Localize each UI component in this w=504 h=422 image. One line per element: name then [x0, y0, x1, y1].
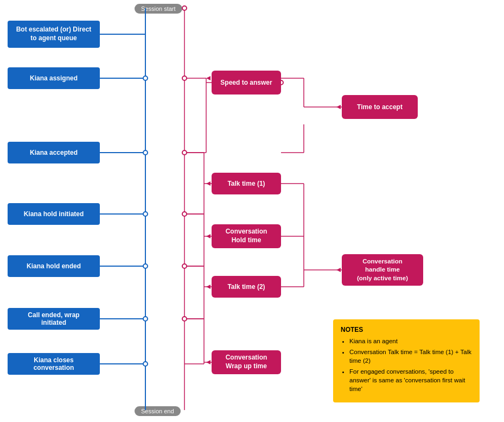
svg-marker-54 [206, 360, 210, 364]
svg-point-64 [182, 264, 187, 268]
svg-point-65 [143, 317, 148, 321]
metric-conversation-hold-time: ConversationHold time [212, 224, 281, 248]
event-call-ended: Call ended, wrap initiated [8, 308, 100, 330]
session-start-label: Session start [135, 4, 182, 14]
svg-marker-51 [206, 181, 210, 186]
svg-point-58 [182, 76, 187, 80]
svg-point-62 [182, 212, 187, 216]
svg-marker-53 [206, 285, 210, 289]
note-item-2: Conversation Talk time = Talk time (1) +… [349, 348, 472, 365]
svg-marker-55 [336, 105, 341, 109]
svg-point-68 [182, 6, 187, 10]
session-end-label: Session end [135, 406, 181, 416]
event-kiana-accepted: Kiana accepted [8, 142, 100, 163]
metric-talk-time-2: Talk time (2) [212, 276, 281, 298]
diagram-container: Session start Session end [0, 0, 504, 422]
metric-speed-to-answer: Speed to answer [212, 71, 281, 95]
svg-point-63 [143, 264, 148, 268]
svg-point-59 [143, 150, 148, 155]
notes-list: Kiana is an agent Conversation Talk time… [341, 337, 472, 394]
aggregate-conversation-handle: Conversationhandle time(only active time… [342, 254, 423, 286]
note-item-3: For engaged conversations, 'speed to ans… [349, 367, 472, 393]
svg-marker-56 [336, 268, 341, 272]
metric-conversation-wrap-up: ConversationWrap up time [212, 350, 281, 374]
svg-marker-52 [206, 234, 210, 238]
svg-point-60 [182, 150, 187, 155]
metric-talk-time-1: Talk time (1) [212, 173, 281, 194]
svg-point-67 [143, 362, 148, 366]
notes-box: NOTES Kiana is an agent Conversation Tal… [333, 319, 480, 402]
event-bot-escalated: Bot escalated (or) Direct to agent queue [8, 21, 100, 48]
aggregate-time-to-accept: Time to accept [342, 95, 418, 119]
event-kiana-hold-initiated: Kiana hold initiated [8, 203, 100, 225]
event-kiana-hold-ended: Kiana hold ended [8, 255, 100, 277]
svg-point-57 [143, 76, 148, 80]
svg-point-61 [143, 212, 148, 216]
note-item-1: Kiana is an agent [349, 337, 472, 345]
svg-marker-50 [206, 76, 210, 80]
event-kiana-closes: Kiana closes conversation [8, 353, 100, 375]
svg-point-66 [182, 317, 187, 321]
event-kiana-assigned: Kiana assigned [8, 67, 100, 89]
notes-title: NOTES [341, 326, 472, 333]
